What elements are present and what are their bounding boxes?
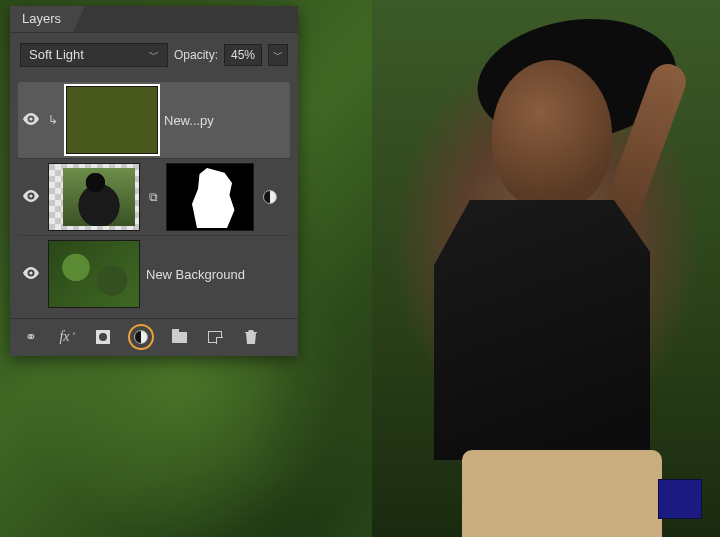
layer-row[interactable]: New Background xyxy=(18,236,290,312)
layer-name[interactable]: New Background xyxy=(146,267,288,282)
visibility-toggle[interactable] xyxy=(20,190,42,205)
layer-row[interactable]: ↳ New...py xyxy=(18,82,290,159)
tab-layers-label: Layers xyxy=(22,11,61,26)
layers-panel-toolbar: ⚭ fx ˅ xyxy=(10,318,298,356)
delete-layer-button[interactable] xyxy=(240,326,262,348)
layer-thumbnail[interactable] xyxy=(48,163,140,231)
subject-waist xyxy=(462,450,662,537)
trash-icon xyxy=(244,329,258,345)
clip-arrow-icon: ↳ xyxy=(48,113,60,127)
new-group-button[interactable] xyxy=(168,326,190,348)
link-layers-button[interactable]: ⚭ xyxy=(20,326,42,348)
layer-name[interactable]: New...py xyxy=(164,113,288,128)
add-mask-button[interactable] xyxy=(92,326,114,348)
layer-thumb-group xyxy=(66,86,158,154)
visibility-toggle[interactable] xyxy=(20,267,42,282)
subject-head xyxy=(492,60,612,210)
layer-thumbnail[interactable] xyxy=(66,86,158,154)
eye-icon xyxy=(23,267,39,282)
link-icon: ⚭ xyxy=(25,329,37,345)
color-swatch[interactable] xyxy=(658,479,702,519)
layer-row[interactable]: ⧉ xyxy=(18,159,290,236)
fx-button[interactable]: fx ˅ xyxy=(56,326,78,348)
layer-thumbnail[interactable] xyxy=(48,240,140,308)
new-layer-button[interactable] xyxy=(204,326,226,348)
chevron-down-icon: ﹀ xyxy=(149,48,159,62)
svg-point-0 xyxy=(29,117,32,120)
svg-point-2 xyxy=(29,271,32,274)
opacity-label: Opacity: xyxy=(174,48,218,62)
chevron-down-icon: ﹀ xyxy=(273,48,283,62)
chevron-down-icon: ˅ xyxy=(71,332,75,341)
layer-thumb-group: ⧉ xyxy=(48,163,254,231)
blend-opacity-row: Soft Light ﹀ Opacity: 45% ﹀ xyxy=(10,32,298,76)
canvas-photo-preview[interactable] xyxy=(372,0,720,537)
link-icon[interactable]: ⧉ xyxy=(146,190,160,204)
layer-mask-thumbnail[interactable] xyxy=(166,163,254,231)
panel-tab-row: Layers xyxy=(10,6,298,32)
svg-point-1 xyxy=(29,194,32,197)
layer-thumb-group xyxy=(48,240,140,308)
eye-icon xyxy=(23,190,39,205)
tab-layers[interactable]: Layers xyxy=(10,6,73,32)
eye-icon xyxy=(23,113,39,128)
adjustment-icon xyxy=(260,187,280,207)
new-layer-icon xyxy=(208,331,222,343)
layers-list: ↳ New...py ⧉ xyxy=(10,76,298,318)
mask-icon xyxy=(96,330,110,344)
subject-torso xyxy=(422,200,662,460)
visibility-toggle[interactable] xyxy=(20,113,42,128)
adjustment-icon xyxy=(134,330,148,344)
blend-mode-value: Soft Light xyxy=(29,47,84,62)
folder-icon xyxy=(172,332,187,343)
blend-mode-select[interactable]: Soft Light ﹀ xyxy=(20,43,168,67)
new-adjustment-layer-button[interactable] xyxy=(128,324,154,350)
fx-icon: fx xyxy=(59,329,69,345)
opacity-stepper[interactable]: ﹀ xyxy=(268,44,288,66)
layers-panel: Layers Soft Light ﹀ Opacity: 45% ﹀ ↳ xyxy=(10,6,298,356)
opacity-value-field[interactable]: 45% xyxy=(224,44,262,66)
opacity-value: 45% xyxy=(231,48,255,62)
